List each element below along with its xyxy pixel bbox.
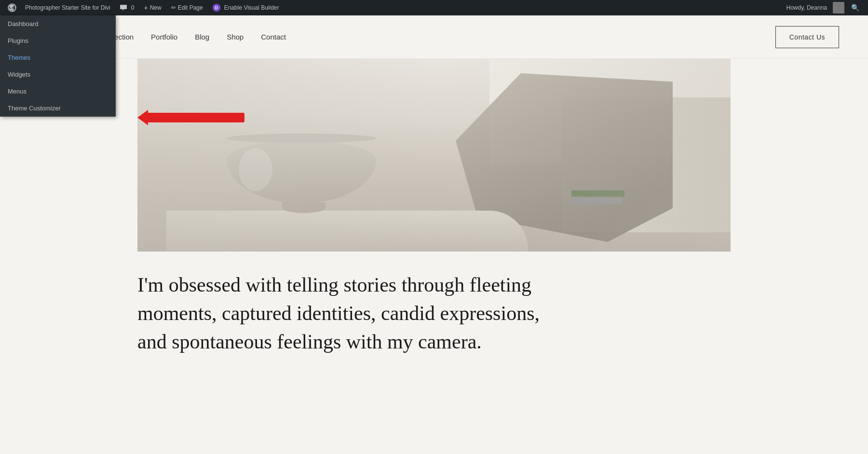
nav-portfolio[interactable]: Portfolio <box>151 33 177 41</box>
wordpress-icon <box>8 3 16 12</box>
pencil-icon: ✏ <box>171 4 176 11</box>
hero-background <box>137 59 731 252</box>
new-label: New <box>150 4 162 11</box>
site-name-text: Photographer Starter Site for Divi <box>25 4 110 11</box>
nav-contact[interactable]: Contact <box>261 33 286 41</box>
divi-icon: D <box>213 4 220 12</box>
search-icon[interactable]: 🔍 <box>846 4 864 12</box>
contact-us-button[interactable]: Contact Us <box>775 26 839 48</box>
dropdown-item-plugins[interactable]: Plugins <box>0 32 116 49</box>
site-header: Home About Collection Portfolio Blog Sho… <box>0 15 868 59</box>
plus-icon: + <box>144 4 148 12</box>
visual-builder-label: Enable Visual Builder <box>224 4 279 11</box>
wp-logo-button[interactable] <box>4 0 20 15</box>
red-arrow-annotation <box>137 110 244 125</box>
dropdown-item-widgets[interactable]: Widgets <box>0 66 116 83</box>
main-quote-text: I'm obsessed with telling stories throug… <box>137 271 571 356</box>
comment-count: 0 <box>131 4 135 11</box>
site-name-link[interactable]: Photographer Starter Site for Divi <box>20 0 115 15</box>
howdy-text: Howdy, Deanna <box>783 4 831 11</box>
dropdown-item-themes[interactable]: Themes <box>0 49 116 66</box>
bowl-rim <box>227 134 376 143</box>
edit-page-button[interactable]: ✏ Edit Page <box>166 0 208 15</box>
enable-visual-builder-button[interactable]: D Enable Visual Builder <box>208 0 284 15</box>
body-text-section: I'm obsessed with telling stories throug… <box>137 271 731 356</box>
dropdown-item-dashboard[interactable]: Dashboard <box>0 15 116 32</box>
admin-bar: Photographer Starter Site for Divi 0 + N… <box>0 0 868 15</box>
appearance-dropdown-menu: Dashboard Plugins Themes Widgets Menus T… <box>0 15 116 117</box>
nav-shop[interactable]: Shop <box>227 33 244 41</box>
user-avatar[interactable] <box>833 2 844 13</box>
bowl-base <box>282 202 326 213</box>
table-surface <box>166 211 528 252</box>
hero-image <box>137 59 731 252</box>
admin-bar-right: Howdy, Deanna 🔍 <box>783 2 865 13</box>
dropdown-item-theme-customizer[interactable]: Theme Customizer <box>0 100 116 117</box>
comment-icon <box>120 5 127 11</box>
nav-blog[interactable]: Blog <box>195 33 209 41</box>
edit-page-label: Edit Page <box>178 4 203 11</box>
books-stack <box>571 190 624 203</box>
new-content-button[interactable]: + New <box>139 0 166 15</box>
dropdown-item-menus[interactable]: Menus <box>0 83 116 100</box>
comments-link[interactable]: 0 <box>115 0 139 15</box>
bowl-body <box>227 141 376 203</box>
